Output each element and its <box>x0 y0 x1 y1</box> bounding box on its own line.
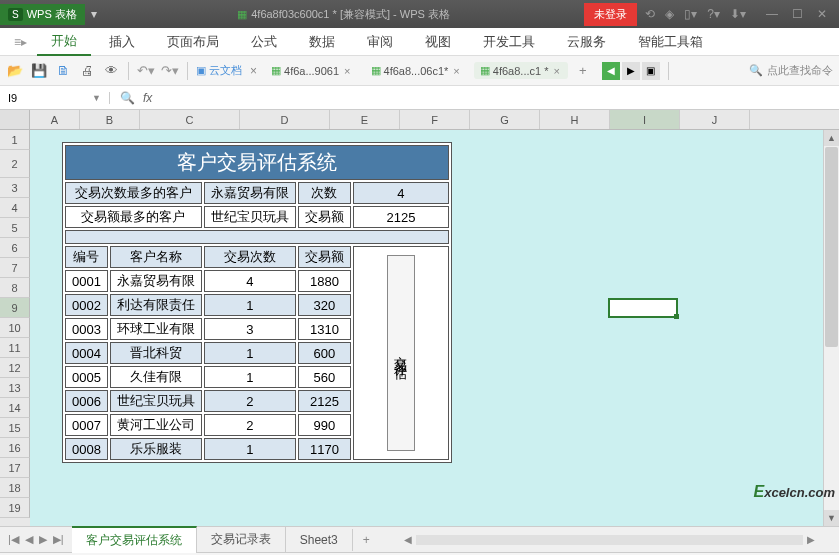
tab-close-icon[interactable]: × <box>451 65 461 77</box>
row-header[interactable]: 7 <box>0 258 30 278</box>
menu-data[interactable]: 数据 <box>295 29 349 55</box>
menu-smart-tools[interactable]: 智能工具箱 <box>624 29 717 55</box>
fx-search-icon[interactable]: 🔍 <box>120 91 135 105</box>
diamond-icon[interactable]: ◈ <box>665 7 674 21</box>
row-header[interactable]: 18 <box>0 478 30 498</box>
row-header[interactable]: 3 <box>0 178 30 198</box>
save-icon[interactable]: 💾 <box>30 62 48 80</box>
row-header[interactable]: 6 <box>0 238 30 258</box>
row-header[interactable]: 14 <box>0 398 30 418</box>
tab-close-icon[interactable]: × <box>342 65 352 77</box>
sheet-next-icon[interactable]: ▶ <box>37 531 49 548</box>
col-header-a[interactable]: A <box>30 110 80 129</box>
sheet-tab-2[interactable]: Sheet3 <box>286 529 353 551</box>
vertical-scrollbar[interactable]: ▲ ▼ <box>823 130 839 526</box>
formula-input[interactable] <box>162 92 839 104</box>
scroll-thumb[interactable] <box>825 147 838 347</box>
preview-icon[interactable]: 👁 <box>102 62 120 80</box>
cells-area[interactable]: 客户交易评估系统 交易次数最多的客户 永嘉贸易有限 次数 4 交易额最多的客户 … <box>30 130 839 526</box>
col-header-h[interactable]: H <box>540 110 610 129</box>
open-folder-icon[interactable]: 📂 <box>6 62 24 80</box>
menu-start[interactable]: 开始 <box>37 28 91 56</box>
tab-next-icon[interactable]: ▶ <box>622 62 640 80</box>
col-header-g[interactable]: G <box>470 110 540 129</box>
menu-view[interactable]: 视图 <box>411 29 465 55</box>
settings-dropdown-icon[interactable]: ▯▾ <box>684 7 697 21</box>
search-command[interactable]: 🔍 点此查找命令 <box>749 63 833 78</box>
row-headers: 1 2 3 4 5 6 7 8 9 10 11 12 13 14 15 16 1… <box>0 130 30 526</box>
row-header[interactable]: 5 <box>0 218 30 238</box>
undo-icon[interactable]: ↶▾ <box>137 62 155 80</box>
th-id: 编号 <box>65 246 108 268</box>
select-all-corner[interactable] <box>0 110 30 129</box>
row-header[interactable]: 19 <box>0 498 30 518</box>
col-header-i[interactable]: I <box>610 110 680 129</box>
sheet-tab-1[interactable]: 交易记录表 <box>197 527 286 552</box>
file-tab-0[interactable]: ▦ 4f6a...9061 × <box>265 62 359 79</box>
col-header-j[interactable]: J <box>680 110 750 129</box>
menu-insert[interactable]: 插入 <box>95 29 149 55</box>
row-header[interactable]: 17 <box>0 458 30 478</box>
sheet-prev-icon[interactable]: ◀ <box>23 531 35 548</box>
row-header[interactable]: 9 <box>0 298 30 318</box>
file-icon: ▦ <box>371 64 381 77</box>
file-tab-2[interactable]: ▦ 4f6a8...c1 * × <box>474 62 568 79</box>
col-header-c[interactable]: C <box>140 110 240 129</box>
redo-icon[interactable]: ↷▾ <box>161 62 179 80</box>
sheet-first-icon[interactable]: |◀ <box>6 531 21 548</box>
menu-cloud[interactable]: 云服务 <box>553 29 620 55</box>
file-tab-1[interactable]: ▦ 4f6a8...06c1* × <box>365 62 468 79</box>
spreadsheet-grid[interactable]: A B C D E F G H I J 1 2 3 4 5 6 7 8 9 10… <box>0 110 839 526</box>
add-tab-icon[interactable]: + <box>574 62 592 80</box>
scroll-up-icon[interactable]: ▲ <box>824 130 839 146</box>
close-icon[interactable]: ✕ <box>817 7 827 21</box>
row-header[interactable]: 1 <box>0 130 30 150</box>
row-header[interactable]: 10 <box>0 318 30 338</box>
sheet-tab-0[interactable]: 客户交易评估系统 <box>72 526 197 553</box>
eval-button-cell: 交易评估 <box>353 246 449 460</box>
col-header-e[interactable]: E <box>330 110 400 129</box>
col-header-b[interactable]: B <box>80 110 140 129</box>
maximize-icon[interactable]: ☐ <box>792 7 803 21</box>
name-box[interactable]: I9 ▼ <box>0 92 110 104</box>
row-header[interactable]: 11 <box>0 338 30 358</box>
name-box-dropdown-icon[interactable]: ▼ <box>92 93 101 103</box>
row-header[interactable]: 15 <box>0 418 30 438</box>
row-header[interactable]: 4 <box>0 198 30 218</box>
hscroll-track[interactable] <box>416 535 803 545</box>
help-icon[interactable]: ?▾ <box>707 7 720 21</box>
fx-label[interactable]: fx <box>143 91 152 105</box>
cloud-doc-button[interactable]: ▣ 云文档 <box>196 63 242 78</box>
menu-review[interactable]: 审阅 <box>353 29 407 55</box>
sync-icon[interactable]: ⟲ <box>645 7 655 21</box>
horizontal-scrollbar[interactable]: ◀ ▶ <box>380 534 839 545</box>
sheet-last-icon[interactable]: ▶| <box>51 531 66 548</box>
tab-list-icon[interactable]: ▣ <box>642 62 660 80</box>
scroll-down-icon[interactable]: ▼ <box>824 510 839 526</box>
tab-close-icon[interactable]: × <box>551 65 561 77</box>
menu-page-layout[interactable]: 页面布局 <box>153 29 233 55</box>
tab-prev-icon[interactable]: ◀ <box>602 62 620 80</box>
print-icon[interactable]: 🖨 <box>78 62 96 80</box>
menu-home-icon[interactable]: ≡▸ <box>8 35 33 49</box>
row-header[interactable]: 8 <box>0 278 30 298</box>
eval-button[interactable]: 交易评估 <box>387 255 415 451</box>
menu-dev-tools[interactable]: 开发工具 <box>469 29 549 55</box>
app-menu-dropdown-icon[interactable]: ▾ <box>85 7 103 21</box>
pin-icon[interactable]: ⬇▾ <box>730 7 746 21</box>
cloud-close-icon[interactable]: × <box>248 64 259 78</box>
menu-formula[interactable]: 公式 <box>237 29 291 55</box>
row-header[interactable]: 12 <box>0 358 30 378</box>
minimize-icon[interactable]: — <box>766 7 778 21</box>
row-header[interactable]: 16 <box>0 438 30 458</box>
row-header[interactable]: 2 <box>0 150 30 178</box>
row-header[interactable]: 13 <box>0 378 30 398</box>
hscroll-left-icon[interactable]: ◀ <box>400 534 416 545</box>
login-button[interactable]: 未登录 <box>584 3 637 26</box>
hscroll-right-icon[interactable]: ▶ <box>803 534 819 545</box>
col-header-d[interactable]: D <box>240 110 330 129</box>
col-header-f[interactable]: F <box>400 110 470 129</box>
new-icon[interactable]: 🗎 <box>54 62 72 80</box>
summary-label: 交易额最多的客户 <box>65 206 202 228</box>
add-sheet-icon[interactable]: + <box>353 529 380 551</box>
